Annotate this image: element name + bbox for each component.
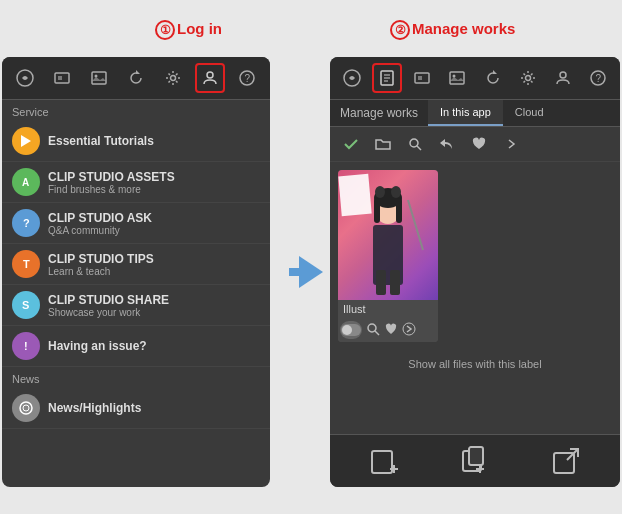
heart-icon[interactable] bbox=[466, 131, 492, 157]
svg-rect-25 bbox=[450, 72, 464, 84]
svg-rect-43 bbox=[390, 270, 400, 295]
reply-icon[interactable] bbox=[434, 131, 460, 157]
svg-point-48 bbox=[403, 323, 415, 335]
svg-marker-10 bbox=[21, 135, 31, 147]
ask-text: CLIP STUDIO ASK Q&A community bbox=[48, 211, 152, 236]
assets-title: CLIP STUDIO ASSETS bbox=[48, 170, 175, 184]
manage-num: ② bbox=[390, 20, 410, 40]
svg-line-57 bbox=[567, 449, 578, 460]
gallery-icon[interactable] bbox=[47, 63, 77, 93]
svg-rect-3 bbox=[92, 72, 106, 84]
image-icon[interactable] bbox=[84, 63, 114, 93]
svg-point-6 bbox=[171, 76, 176, 81]
svg-text:!: ! bbox=[24, 340, 28, 352]
tab-in-app[interactable]: In this app bbox=[428, 100, 503, 126]
login-annotation: ①Log in bbox=[155, 20, 222, 40]
chevron-right-icon[interactable] bbox=[498, 131, 524, 157]
news-icon bbox=[12, 394, 40, 422]
refresh-icon[interactable] bbox=[121, 63, 151, 93]
artwork-search-icon[interactable] bbox=[366, 322, 380, 339]
right-gallery-icon[interactable] bbox=[407, 63, 437, 93]
tab-bar: Manage works In this app Cloud bbox=[330, 100, 620, 127]
svg-rect-24 bbox=[418, 76, 422, 80]
left-panel: ? Service Essential Tutorials A CLIP STU… bbox=[2, 57, 270, 487]
right-toolbar: ? bbox=[330, 57, 620, 100]
arrow-container bbox=[286, 256, 326, 288]
search-icon[interactable] bbox=[402, 131, 428, 157]
artwork-container: Illust bbox=[338, 170, 612, 342]
login-num: ① bbox=[155, 20, 175, 40]
ask-title: CLIP STUDIO ASK bbox=[48, 211, 152, 225]
share-icon: S bbox=[12, 291, 40, 319]
tab-cloud[interactable]: Cloud bbox=[503, 100, 556, 126]
assets-icon: A bbox=[12, 168, 40, 196]
news-section-label: News bbox=[2, 367, 270, 388]
folder-icon[interactable] bbox=[370, 131, 396, 157]
svg-rect-49 bbox=[372, 451, 392, 473]
news-title: News/Highlights bbox=[48, 401, 141, 415]
manage-label: Manage works bbox=[412, 20, 515, 37]
artwork-label: Illust bbox=[338, 300, 438, 318]
svg-text:A: A bbox=[22, 177, 29, 188]
artwork-image bbox=[338, 170, 438, 300]
svg-text:S: S bbox=[22, 299, 29, 311]
ask-icon: ? bbox=[12, 209, 40, 237]
service-section-label: Service bbox=[2, 100, 270, 121]
svg-line-41 bbox=[408, 200, 423, 250]
news-item[interactable]: News/Highlights bbox=[2, 388, 270, 429]
artwork-heart-icon[interactable] bbox=[384, 322, 398, 339]
export-icon[interactable] bbox=[548, 443, 584, 479]
clip-assets-item[interactable]: A CLIP STUDIO ASSETS Find brushes & more bbox=[2, 162, 270, 203]
bottom-bar bbox=[330, 434, 620, 487]
tips-subtitle: Learn & teach bbox=[48, 266, 154, 277]
login-label: Log in bbox=[177, 20, 222, 37]
clip-ask-item[interactable]: ? CLIP STUDIO ASK Q&A community bbox=[2, 203, 270, 244]
right-manage-icon[interactable] bbox=[372, 63, 402, 93]
artwork-actions bbox=[338, 318, 438, 342]
clip-share-item[interactable]: S CLIP STUDIO SHARE Showcase your work bbox=[2, 285, 270, 326]
right-image-icon[interactable] bbox=[442, 63, 472, 93]
issue-text: Having an issue? bbox=[48, 339, 147, 353]
issue-title: Having an issue? bbox=[48, 339, 147, 353]
issue-icon: ! bbox=[12, 332, 40, 360]
svg-point-7 bbox=[207, 72, 213, 78]
settings-icon[interactable] bbox=[158, 63, 188, 93]
clip-tips-item[interactable]: T CLIP STUDIO TIPS Learn & teach bbox=[2, 244, 270, 285]
new-canvas-icon[interactable] bbox=[366, 443, 402, 479]
show-all-label: Show all files with this label bbox=[338, 358, 612, 370]
svg-point-46 bbox=[368, 324, 376, 332]
having-issue-item[interactable]: ! Having an issue? bbox=[2, 326, 270, 367]
new-canvas-plus-icon[interactable] bbox=[457, 443, 493, 479]
arrow-head bbox=[299, 256, 323, 288]
user-icon[interactable] bbox=[195, 63, 225, 93]
svg-marker-5 bbox=[136, 70, 140, 74]
svg-point-40 bbox=[391, 186, 401, 198]
manage-annotation: ②Manage works bbox=[390, 20, 515, 40]
right-help-icon[interactable]: ? bbox=[583, 63, 613, 93]
news-text: News/Highlights bbox=[48, 401, 141, 415]
clip-logo-icon[interactable] bbox=[10, 63, 40, 93]
svg-point-29 bbox=[560, 72, 566, 78]
right-clip-icon[interactable] bbox=[337, 63, 367, 93]
arrow-body bbox=[289, 268, 299, 276]
left-toolbar: ? bbox=[2, 57, 270, 100]
artwork-toggle-btn[interactable] bbox=[340, 321, 362, 339]
checkmark-icon[interactable] bbox=[338, 131, 364, 157]
svg-text:?: ? bbox=[596, 73, 602, 84]
svg-point-28 bbox=[525, 76, 530, 81]
tutorials-icon bbox=[12, 127, 40, 155]
share-text: CLIP STUDIO SHARE Showcase your work bbox=[48, 293, 169, 318]
right-user-icon[interactable] bbox=[548, 63, 578, 93]
ask-subtitle: Q&A community bbox=[48, 225, 152, 236]
svg-point-16 bbox=[20, 402, 32, 414]
right-settings-icon[interactable] bbox=[513, 63, 543, 93]
svg-text:?: ? bbox=[23, 217, 30, 229]
artwork-chevron-icon[interactable] bbox=[402, 322, 416, 339]
tips-text: CLIP STUDIO TIPS Learn & teach bbox=[48, 252, 154, 277]
right-refresh-icon[interactable] bbox=[478, 63, 508, 93]
assets-text: CLIP STUDIO ASSETS Find brushes & more bbox=[48, 170, 175, 195]
share-title: CLIP STUDIO SHARE bbox=[48, 293, 169, 307]
help-icon[interactable]: ? bbox=[232, 63, 262, 93]
svg-rect-38 bbox=[396, 198, 402, 223]
essential-tutorials-item[interactable]: Essential Tutorials bbox=[2, 121, 270, 162]
